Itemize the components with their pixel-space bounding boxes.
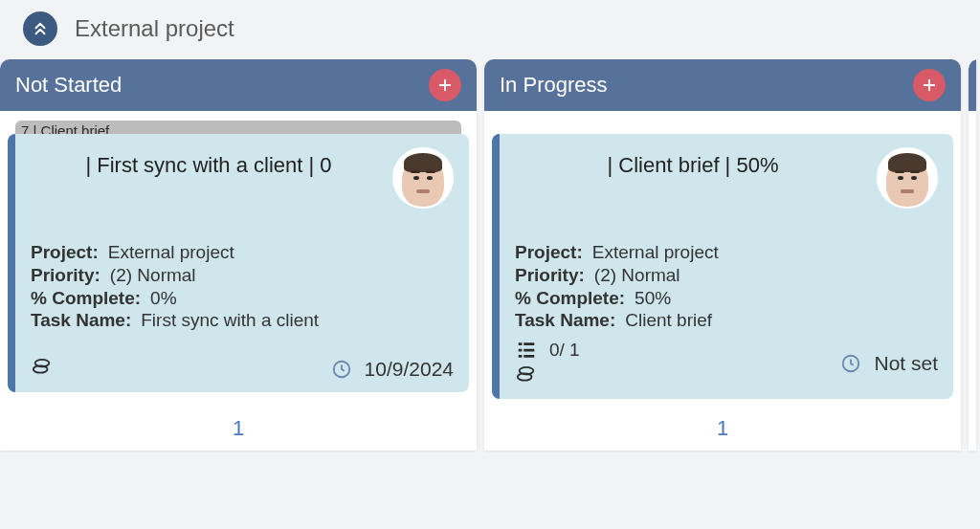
field-label: Project: <box>31 241 99 264</box>
column-title: In Progress <box>500 73 608 98</box>
field-value: External project <box>592 241 719 264</box>
subtasks-icon[interactable] <box>515 340 538 361</box>
card-footer-left: 0/ 1 <box>515 340 580 387</box>
field-taskname: Task Name: Client brief <box>515 309 938 332</box>
card-top: | Client brief | 50% <box>515 147 938 209</box>
column-body: | Client brief | 50% Project: External p… <box>484 111 961 408</box>
column-not-started: Not Started 7 | Client brief | First syn… <box>0 59 477 451</box>
add-card-button[interactable] <box>429 69 461 101</box>
kanban-columns: Not Started 7 | Client brief | First syn… <box>0 59 980 451</box>
field-value: 0% <box>150 287 176 310</box>
due-date: 10/9/2024 <box>365 358 454 381</box>
due-date: Not set <box>874 352 938 375</box>
comments-icon[interactable] <box>31 359 54 380</box>
comments-icon[interactable] <box>515 366 538 387</box>
assignee-avatar[interactable] <box>877 147 938 209</box>
card-footer-right: Not set <box>839 352 938 375</box>
column-count: 1 <box>0 408 477 451</box>
clock-icon <box>330 359 353 380</box>
field-value: Client brief <box>625 309 712 332</box>
board-header: External project <box>0 0 980 59</box>
board-title: External project <box>75 15 234 42</box>
field-value: External project <box>108 241 234 264</box>
column-in-progress: In Progress | Client brief | 50% <box>484 59 961 451</box>
card-wrapper: 7 | Client brief | First sync with a cli… <box>8 134 469 392</box>
field-taskname: Task Name: First sync with a client <box>31 309 454 332</box>
field-project: Project: External project <box>515 241 938 264</box>
field-project: Project: External project <box>31 241 454 264</box>
field-complete: % Complete: 0% <box>31 287 454 310</box>
task-card[interactable]: | First sync with a client | 0 Project: … <box>8 134 469 392</box>
plus-icon <box>921 77 938 94</box>
field-value: First sync with a client <box>141 309 319 332</box>
column-header: Not Started <box>0 59 477 111</box>
card-top: | First sync with a client | 0 <box>31 147 454 209</box>
column-header: In Progress <box>484 59 961 111</box>
field-complete: % Complete: 50% <box>515 287 938 310</box>
clock-icon <box>839 353 862 374</box>
field-value: (2) Normal <box>110 264 196 287</box>
card-title: | First sync with a client | 0 <box>31 147 387 178</box>
task-card[interactable]: | Client brief | 50% Project: External p… <box>492 134 953 399</box>
add-card-button[interactable] <box>913 69 946 101</box>
column-count: 1 <box>484 408 961 451</box>
field-value: (2) Normal <box>594 264 680 287</box>
field-label: % Complete: <box>515 287 625 310</box>
card-title: | Client brief | 50% <box>515 147 871 178</box>
card-fields: Project: External project Priority: (2) … <box>31 241 454 332</box>
card-footer-left <box>31 359 54 380</box>
field-priority: Priority: (2) Normal <box>515 264 938 287</box>
field-label: % Complete: <box>31 287 141 310</box>
field-label: Task Name: <box>31 309 131 332</box>
chevron-double-up-icon <box>32 20 49 37</box>
plus-icon <box>436 77 454 94</box>
card-footer-right: 10/9/2024 <box>330 358 454 381</box>
field-priority: Priority: (2) Normal <box>31 264 454 287</box>
assignee-avatar[interactable] <box>392 147 454 209</box>
card-footer: 0/ 1 Not set <box>515 340 938 387</box>
field-value: 50% <box>635 287 671 310</box>
field-label: Task Name: <box>515 309 615 332</box>
column-title: Not Started <box>15 73 122 98</box>
subtasks-count: 0/ 1 <box>549 340 580 361</box>
field-label: Project: <box>515 241 583 264</box>
card-wrapper: | Client brief | 50% Project: External p… <box>492 134 953 399</box>
collapse-board-button[interactable] <box>23 11 57 46</box>
card-fields: Project: External project Priority: (2) … <box>515 241 938 332</box>
field-label: Priority: <box>515 264 585 287</box>
card-footer: 10/9/2024 <box>31 358 454 381</box>
field-label: Priority: <box>31 264 100 287</box>
column-peek[interactable] <box>969 59 976 451</box>
column-body: 7 | Client brief | First sync with a cli… <box>0 111 477 408</box>
